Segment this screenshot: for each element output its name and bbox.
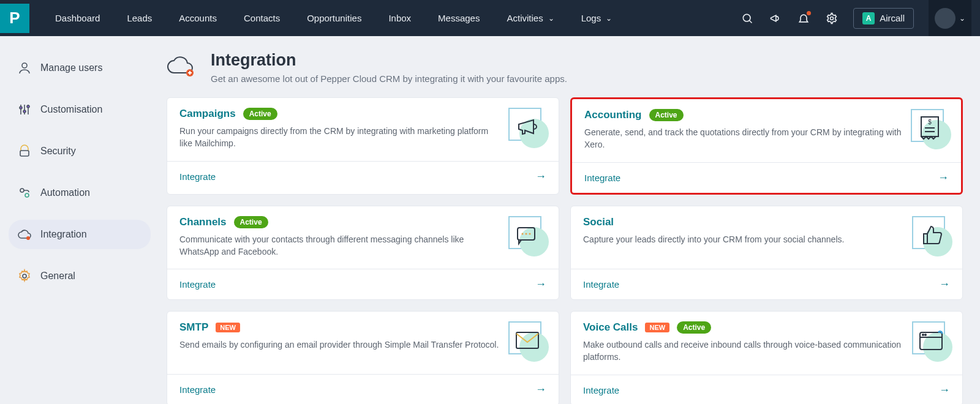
announcement-icon[interactable] [769, 12, 782, 25]
integration-card-smtp: SMTPNEWSend emails by configuring an ema… [167, 311, 559, 404]
sidebar-item-label: Automation [40, 187, 90, 198]
nav-dashboard[interactable]: Dashboard [55, 13, 100, 23]
integrate-button[interactable]: Integrate→ [167, 269, 559, 299]
integration-card-campaigns: CampaignsActiveRun your campaigns direct… [167, 97, 559, 195]
svg-point-8 [23, 110, 26, 113]
nav-contacts[interactable]: Contacts [244, 13, 280, 23]
sidebar-item-manage-users[interactable]: Manage users [9, 53, 151, 83]
sidebar-item-label: Customisation [40, 104, 102, 115]
browser-icon [912, 321, 950, 359]
svg-point-2 [831, 17, 834, 20]
card-description: Run your campaigns directly from the CRM… [179, 125, 500, 150]
nav-opportunities[interactable]: Opportunities [307, 13, 361, 23]
integration-card-channels: ChannelsActiveCommunicate with your cont… [167, 206, 559, 301]
nav-inbox[interactable]: Inbox [388, 13, 411, 23]
notification-dot [807, 11, 811, 15]
gear-icon[interactable] [825, 12, 839, 25]
app-logo[interactable]: P [0, 4, 29, 33]
integrate-label: Integrate [179, 279, 216, 290]
svg-point-11 [20, 189, 24, 192]
svg-point-9 [27, 105, 29, 108]
sidebar-item-label: Manage users [40, 62, 102, 73]
integrate-button[interactable]: Integrate→ [571, 375, 962, 404]
arrow-right-icon: → [939, 278, 950, 291]
lock-icon [17, 144, 32, 159]
profile-menu[interactable]: ⌄ [929, 0, 971, 36]
svg-point-22 [526, 233, 527, 234]
bell-icon[interactable] [797, 12, 810, 25]
nav-accounts[interactable]: Accounts [179, 13, 217, 23]
svg-point-3 [22, 63, 27, 68]
card-description: Capture your leads directly into your CR… [583, 233, 903, 245]
aircall-button[interactable]: A Aircall [853, 8, 914, 29]
arrow-right-icon: → [939, 384, 950, 397]
card-title: Social [583, 216, 614, 228]
card-title: Campaigns [179, 108, 236, 120]
sidebar-item-integration[interactable]: Integration [9, 220, 151, 249]
sidebar-item-automation[interactable]: Automation [9, 178, 151, 208]
card-description: Generate, send, and track the quotations… [584, 126, 902, 151]
chevron-down-icon: ⌄ [959, 14, 965, 23]
integrate-button[interactable]: Integrate→ [167, 374, 559, 404]
status-badge: Active [243, 108, 277, 120]
arrow-right-icon: → [938, 171, 949, 184]
svg-point-14 [23, 274, 26, 278]
avatar [935, 8, 956, 29]
chevron-down-icon: ⌄ [606, 14, 612, 23]
integrate-label: Integrate [584, 173, 620, 183]
card-title: Channels [179, 216, 227, 228]
svg-rect-24 [516, 332, 538, 348]
thumbs-icon [912, 216, 950, 254]
integration-card-accounting: AccountingActiveGenerate, send, and trac… [570, 97, 963, 195]
nav-activities[interactable]: Activities⌄ [507, 13, 554, 23]
sidebar-item-label: Integration [40, 229, 87, 240]
cloud-plus-icon [167, 53, 196, 78]
svg-point-0 [743, 14, 750, 21]
integrate-label: Integrate [179, 171, 216, 182]
user-icon [17, 61, 32, 75]
svg-point-23 [529, 233, 531, 234]
aircall-badge-icon: A [862, 12, 875, 24]
arrow-right-icon: → [535, 278, 546, 291]
automation-icon [17, 185, 32, 200]
integrate-label: Integrate [583, 385, 619, 395]
top-nav: Dashboard Leads Accounts Contacts Opport… [55, 13, 612, 23]
status-badge: NEW [216, 323, 240, 332]
search-icon[interactable] [741, 12, 754, 25]
svg-point-13 [26, 236, 30, 240]
nav-messages[interactable]: Messages [438, 13, 480, 23]
integrate-label: Integrate [179, 384, 216, 395]
integration-card-voice-calls: Voice CallsNEWActiveMake outbound calls … [570, 311, 963, 404]
svg-line-1 [750, 20, 752, 23]
card-title: SMTP [179, 321, 208, 334]
card-description: Send emails by configuring an email prov… [179, 339, 500, 351]
card-title: Accounting [584, 109, 642, 121]
svg-point-7 [20, 107, 22, 109]
sidebar-item-general[interactable]: General [9, 261, 151, 291]
integrate-button[interactable]: Integrate→ [572, 162, 961, 193]
integrate-button[interactable]: Integrate→ [167, 161, 559, 192]
receipt-icon: $ [911, 109, 949, 147]
card-description: Communicate with your contacts through d… [179, 233, 500, 258]
sidebar: Manage users Customisation Security Auto… [0, 36, 159, 404]
integration-card-social: SocialCapture your leads directly into y… [570, 206, 963, 301]
cloud-icon [17, 227, 32, 242]
status-badge: NEW [645, 323, 669, 332]
page-title: Integration [211, 51, 567, 70]
svg-rect-10 [20, 151, 29, 156]
integrate-button[interactable]: Integrate→ [571, 269, 962, 299]
arrow-right-icon: → [535, 170, 546, 183]
svg-point-21 [522, 233, 524, 234]
nav-leads[interactable]: Leads [127, 13, 152, 23]
nav-logs[interactable]: Logs⌄ [581, 13, 612, 23]
sidebar-item-security[interactable]: Security [9, 137, 151, 166]
status-badge: Active [677, 321, 711, 334]
chat-icon [508, 216, 546, 254]
card-title: Voice Calls [583, 321, 638, 334]
sidebar-item-customisation[interactable]: Customisation [9, 95, 151, 124]
status-badge: Active [234, 216, 268, 228]
chevron-down-icon: ⌄ [548, 14, 554, 23]
mail-icon [508, 321, 546, 359]
svg-point-28 [925, 334, 926, 335]
arrow-right-icon: → [535, 383, 546, 396]
